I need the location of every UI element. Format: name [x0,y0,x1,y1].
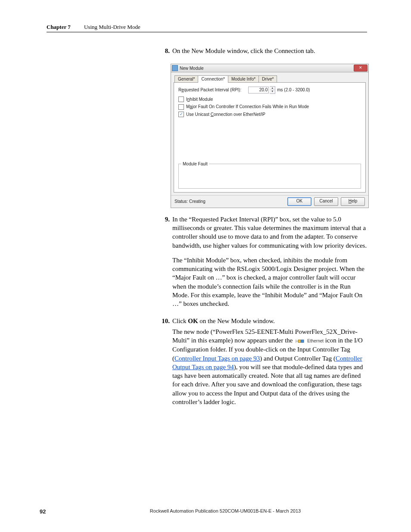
cancel-button[interactable]: Cancel [314,197,338,206]
tab-module-info[interactable]: Module Info* [228,75,259,83]
body-content: 8. On the New Module window, click the C… [154,47,368,415]
status-text: Status: Creating [174,199,285,205]
unicast-checkbox-row: ✓ Use Unicast Connection over EtherNet/I… [178,112,361,118]
step-number: 10. [154,317,172,412]
inhibit-module-checkbox[interactable] [178,96,184,102]
tab-general[interactable]: General* [174,75,198,83]
chapter-title: Using Multi-Drive Mode [84,24,140,30]
page-header: Chapter 7 Using Multi-Drive Mode [47,24,140,31]
step-10-lead: Click OK on the New Module window. [172,317,368,325]
link-controller-input-tags[interactable]: Controller Input Tags on page 93 [174,355,260,362]
publication-info: Rockwell Automation Publication 520COM-U… [78,508,372,515]
rpi-spinner[interactable]: ▲▼ [270,86,275,94]
ethernet-icon-label: Ethernet [307,339,324,343]
tab-connection[interactable]: Connection* [198,75,228,83]
dialog-titlebar: New Module ✕ [171,64,368,72]
help-button[interactable]: Help [341,197,365,206]
ok-button[interactable]: OK [287,197,311,206]
major-fault-checkbox[interactable] [178,104,184,110]
dialog-statusbar: Status: Creating OK Cancel Help [171,195,368,208]
step-9-p1: In the “Requested Packet Interval (RPI)”… [172,215,368,250]
module-fault-panel: Module Fault [178,164,361,189]
step-8-text: On the New Module window, click the Conn… [172,47,368,55]
step-number: 8. [154,47,172,61]
dialog-title: New Module [180,65,354,72]
close-icon[interactable]: ✕ [354,65,367,72]
new-module-dialog: New Module ✕ General* Connection* Module… [171,64,369,208]
step-10: 10. Click OK on the New Module window. T… [154,317,368,412]
rpi-input[interactable]: 20.0 [248,87,269,93]
svg-rect-3 [301,340,304,342]
module-fault-legend: Module Fault [181,161,209,167]
svg-rect-2 [298,340,301,342]
major-fault-label: Major Fault On Controller If Connection … [186,104,309,110]
tab-drive[interactable]: Drive* [258,75,277,83]
rpi-row: Requested Packet Interval (RPI): 20.0▲▼ … [178,86,361,94]
step-8: 8. On the New Module window, click the C… [154,47,368,61]
connection-tab-body: Requested Packet Interval (RPI): 20.0▲▼ … [174,82,366,193]
page-footer: 92 Rockwell Automation Publication 520CO… [40,508,372,515]
step-number: 9. [154,215,172,314]
dialog-tabs: General* Connection* Module Info* Drive* [171,72,368,82]
step-9: 9. In the “Requested Packet Interval (RP… [154,215,368,314]
rpi-unit: ms (2.0 - 3200.0) [277,87,310,93]
inhibit-module-checkbox-row: Inhibit Module [178,96,361,103]
system-icon [172,65,178,71]
step-10-body: The new node (“PowerFlex 525-EENET-Multi… [172,327,368,407]
unicast-checkbox[interactable]: ✓ [178,112,184,117]
rpi-label: Requested Packet Interval (RPI): [178,87,241,93]
inhibit-module-label: Inhibit Module [186,96,213,103]
step-9-p2: The “Inhibit Module” box, when checked, … [172,256,368,308]
page-number: 92 [40,508,78,515]
major-fault-checkbox-row: Major Fault On Controller If Connection … [178,104,361,110]
header-rule [47,32,367,32]
unicast-label: Use Unicast Connection over EtherNet/IP [186,112,265,118]
ethernet-tree-icon [294,336,305,345]
chapter-label: Chapter 7 [47,24,71,30]
